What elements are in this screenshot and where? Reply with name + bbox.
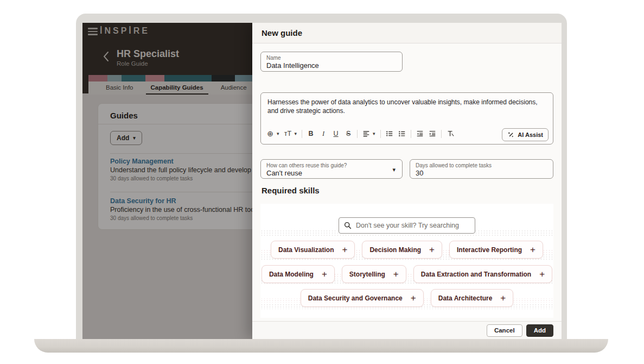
toolbar-divider: [411, 130, 411, 138]
desktop-canvas: İNSPİRE HR Specialist Role Guide Basic I…: [0, 0, 644, 364]
skill-chip-label: Storytelling: [349, 271, 385, 278]
skill-chip[interactable]: Data Architecture +: [431, 289, 514, 307]
plus-icon[interactable]: +: [411, 293, 416, 303]
modal-footer: Cancel Add: [252, 321, 562, 339]
skill-chip[interactable]: Data Security and Governance +: [301, 289, 424, 307]
bold-icon[interactable]: B: [307, 128, 315, 139]
new-guide-modal: New guide Name Data Intelligence Harness…: [252, 23, 562, 339]
skill-chip-row: Data Visualization + Decision Making + I…: [260, 241, 553, 259]
indent-icon[interactable]: [429, 128, 436, 139]
numbered-list-icon[interactable]: [398, 128, 406, 139]
skill-chip[interactable]: Interactive Reporting +: [449, 241, 543, 259]
clear-formatting-icon[interactable]: [447, 128, 454, 139]
skill-chip-label: Interactive Reporting: [457, 246, 522, 254]
skill-chip[interactable]: Data Modeling +: [262, 265, 335, 283]
laptop-screen: İNSPİRE HR Specialist Role Guide Basic I…: [82, 23, 562, 339]
underline-icon[interactable]: U: [332, 128, 340, 139]
cancel-button[interactable]: Cancel: [487, 324, 522, 337]
days-allowed-value: 30: [416, 169, 547, 178]
skill-chip-label: Decision Making: [369, 246, 421, 254]
toolbar-divider: [380, 130, 381, 138]
bullet-list-icon[interactable]: [386, 128, 393, 139]
chevron-down-icon: ▾: [392, 166, 396, 173]
description-editor[interactable]: Harnesses the power of data analytics to…: [260, 92, 553, 145]
plus-icon[interactable]: +: [530, 245, 535, 254]
plus-icon[interactable]: +: [342, 245, 347, 254]
reuse-select-value: Can't reuse: [266, 169, 397, 178]
plus-icon[interactable]: +: [393, 269, 399, 279]
toolbar-divider: [357, 130, 358, 138]
plus-icon[interactable]: +: [500, 293, 506, 303]
plus-icon[interactable]: +: [322, 269, 327, 279]
modal-title: New guide: [262, 28, 302, 37]
laptop-base: [34, 339, 608, 353]
chevron-down-icon[interactable]: ▾: [277, 131, 279, 136]
required-skills-heading: Required skills: [262, 186, 320, 195]
days-allowed-label: Days allowed to complete tasks: [416, 162, 547, 169]
font-size-icon[interactable]: тT: [284, 128, 292, 139]
ai-sparkle-icon: [507, 131, 514, 139]
skill-chip-label: Data Security and Governance: [308, 294, 403, 302]
skill-search-placeholder: Don't see your skill? Try searching: [356, 222, 459, 229]
ai-assist-button[interactable]: AI Assist: [502, 128, 549, 141]
skill-chip-label: Data Modeling: [269, 271, 314, 278]
editor-toolbar: ⊕ ▾ тT ▾ B I U S ▾: [266, 127, 549, 140]
chevron-down-icon[interactable]: ▾: [295, 131, 297, 136]
name-field-value: Data Intelligence: [266, 61, 397, 70]
add-button[interactable]: Add: [526, 324, 553, 337]
description-text[interactable]: Harnesses the power of data analytics to…: [261, 93, 553, 115]
align-icon[interactable]: [362, 128, 370, 139]
insert-object-icon[interactable]: ⊕: [266, 128, 274, 139]
skill-chip[interactable]: Storytelling +: [342, 265, 406, 283]
italic-icon[interactable]: I: [320, 128, 327, 139]
skill-chip-row: Data Modeling + Storytelling + Data Extr…: [260, 265, 553, 283]
skill-chip-label: Data Extraction and Transformation: [421, 271, 531, 278]
skill-chip-label: Data Visualization: [278, 246, 334, 254]
name-field-label: Name: [266, 55, 397, 61]
plus-icon[interactable]: +: [429, 245, 435, 254]
search-icon: [344, 222, 352, 229]
toolbar-divider: [302, 130, 302, 138]
days-allowed-field[interactable]: Days allowed to complete tasks 30: [410, 159, 553, 179]
reuse-select-label: How can others reuse this guide?: [266, 162, 397, 169]
skill-chip[interactable]: Data Extraction and Transformation +: [413, 265, 552, 283]
modal-header: New guide: [252, 23, 562, 43]
skill-chip[interactable]: Data Visualization +: [271, 241, 355, 259]
ai-assist-label: AI Assist: [518, 131, 543, 138]
toolbar-divider: [441, 130, 442, 138]
reuse-select[interactable]: How can others reuse this guide? Can't r…: [260, 159, 403, 179]
skills-picker-panel: Don't see your skill? Try searching Data…: [260, 204, 553, 318]
chevron-down-icon[interactable]: ▾: [373, 131, 375, 136]
plus-icon[interactable]: +: [539, 269, 545, 279]
strikethrough-icon[interactable]: S: [345, 128, 352, 139]
outdent-icon[interactable]: [416, 128, 424, 139]
skill-chip-label: Data Architecture: [438, 294, 493, 302]
skill-chip-row: Data Security and Governance + Data Arch…: [260, 289, 553, 307]
name-field[interactable]: Name Data Intelligence: [260, 52, 403, 72]
skill-chip[interactable]: Decision Making +: [362, 241, 442, 259]
skill-search-input[interactable]: Don't see your skill? Try searching: [339, 217, 475, 234]
